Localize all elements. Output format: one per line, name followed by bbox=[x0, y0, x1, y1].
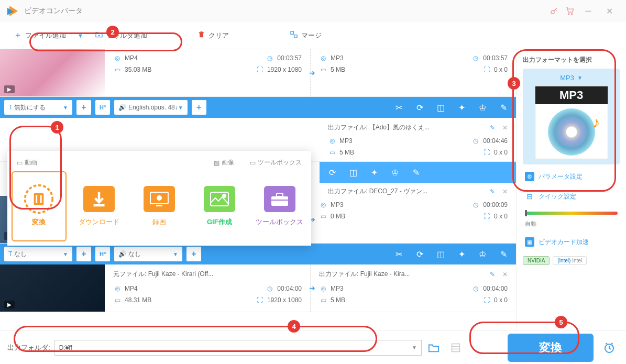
crop-button[interactable]: ◫ bbox=[432, 100, 449, 115]
tab-video[interactable]: ▭動画 bbox=[17, 158, 37, 167]
add-folder-button[interactable]: フォルダ追加 bbox=[89, 27, 153, 44]
output-info: ◎MP3 ◷00:03:57 ▭5 MB ⛶0 x 0 bbox=[310, 49, 516, 96]
chevron-down-icon: ▼ bbox=[63, 105, 68, 111]
briefcase-icon: ▭ bbox=[250, 159, 256, 167]
remove-file-icon[interactable]: ✕ bbox=[502, 124, 508, 131]
chevron-down-icon: ▼ bbox=[412, 345, 417, 350]
disc-icon: ◎ bbox=[319, 201, 327, 208]
license-key-icon[interactable] bbox=[546, 3, 562, 19]
subtitle-select[interactable]: T なし ▼ bbox=[4, 247, 72, 261]
slider-icon: ⊟ bbox=[525, 192, 534, 201]
cart-icon[interactable] bbox=[562, 3, 578, 19]
rotate-button[interactable]: ⟳ bbox=[324, 165, 341, 180]
cut-button[interactable]: ✂ bbox=[390, 100, 407, 115]
file-row: 元ファイル: Fujii Kaze - Kirari (Off... ◎MP4 … bbox=[0, 264, 516, 312]
tab-image[interactable]: ▧画像 bbox=[214, 158, 234, 167]
rotate-button[interactable]: ⟳ bbox=[411, 100, 428, 115]
quick-settings-link[interactable]: ⊟ クイック設定 bbox=[523, 189, 620, 204]
rotate-button[interactable]: ⟳ bbox=[411, 247, 428, 261]
tile-download[interactable]: ダウンロード bbox=[73, 172, 126, 240]
toolbox-icon bbox=[264, 186, 295, 212]
subtitle-settings-button[interactable]: Hº bbox=[95, 247, 110, 261]
list-view-button[interactable] bbox=[448, 340, 464, 356]
convert-button[interactable]: 変換 bbox=[508, 334, 594, 362]
schedule-button[interactable] bbox=[600, 338, 619, 357]
clock-icon: ◷ bbox=[266, 285, 274, 292]
folder-icon: ▭ bbox=[113, 296, 122, 304]
remove-file-icon[interactable]: ✕ bbox=[502, 188, 508, 195]
audio-track-select[interactable]: 🔊 English.opus. 48↓ ▼ bbox=[114, 100, 188, 115]
edit-name-icon[interactable]: ✎ bbox=[490, 188, 495, 195]
edit-name-icon[interactable]: ✎ bbox=[490, 124, 495, 131]
svg-point-2 bbox=[572, 14, 573, 15]
cut-button[interactable]: ✂ bbox=[390, 247, 407, 261]
tile-label: GIF作成 bbox=[207, 217, 232, 227]
edit-button[interactable]: ✎ bbox=[408, 165, 424, 180]
chip-icon: ▦ bbox=[525, 237, 534, 247]
watermark-button[interactable]: ♔ bbox=[474, 247, 491, 261]
add-audio-button[interactable]: + bbox=[186, 247, 201, 261]
settings-icon: ⚙ bbox=[525, 172, 534, 181]
dimensions-icon: ⛶ bbox=[256, 66, 264, 73]
add-file-label: ファイル追加 bbox=[25, 31, 66, 40]
dimensions-icon: ⛶ bbox=[482, 213, 491, 220]
tab-toolbox[interactable]: ▭ツールボックス bbox=[250, 158, 302, 167]
browse-folder-button[interactable] bbox=[426, 340, 442, 356]
edit-name-icon[interactable]: ✎ bbox=[490, 271, 495, 278]
clear-button[interactable]: クリア bbox=[191, 27, 235, 43]
file-actions-bar: ⟳ ◫ ✦ ♔ ✎ bbox=[320, 162, 516, 183]
svg-rect-12 bbox=[211, 192, 228, 206]
edit-button[interactable]: ✎ bbox=[495, 100, 512, 115]
merge-button[interactable]: マージ bbox=[283, 27, 328, 44]
svg-point-10 bbox=[157, 195, 162, 201]
crop-button[interactable]: ◫ bbox=[432, 247, 449, 261]
tile-record[interactable]: 録画 bbox=[133, 172, 186, 240]
dimensions-icon: ⛶ bbox=[482, 296, 491, 304]
add-subtitle-button[interactable]: + bbox=[76, 100, 91, 115]
watermark-button[interactable]: ♔ bbox=[474, 100, 491, 115]
minimize-button[interactable]: ─ bbox=[578, 3, 599, 19]
output-path-select[interactable]: D:¥ff ▼ bbox=[54, 340, 422, 356]
source-info: 元ファイル: Fujii Kaze - Kirari (Off... ◎MP4 … bbox=[105, 264, 310, 312]
crop-button[interactable]: ◫ bbox=[345, 165, 361, 180]
output-sidebar: 出力フォーマットを選択 MP3 ▼ MP3 ♪ ⚙ パラメータ設定 ⊟ クイック… bbox=[516, 49, 626, 330]
subtitle-settings-button[interactable]: Hº bbox=[95, 100, 110, 115]
merge-label: マージ bbox=[301, 31, 322, 40]
folder-icon: ▭ bbox=[319, 66, 327, 73]
output-folder-row: 出力フォルダ: D:¥ff ▼ bbox=[7, 340, 442, 356]
close-button[interactable]: ✕ bbox=[599, 3, 620, 19]
tile-gif[interactable]: GIF作成 bbox=[193, 172, 246, 240]
effect-button[interactable]: ✦ bbox=[366, 165, 382, 180]
tile-toolbox[interactable]: ツールボックス bbox=[253, 172, 306, 240]
subtitle-select[interactable]: T 無効にする ▼ bbox=[4, 100, 72, 115]
format-dropdown[interactable]: MP3 ▼ bbox=[528, 74, 614, 86]
svg-rect-14 bbox=[271, 196, 288, 206]
folder-icon: ▭ bbox=[319, 213, 327, 220]
effect-button[interactable]: ✦ bbox=[453, 247, 470, 261]
param-settings-link[interactable]: ⚙ パラメータ設定 bbox=[523, 169, 620, 184]
gpu-accel-link[interactable]: ▦ ビデオカード加速 bbox=[523, 234, 620, 250]
dimensions-icon: ⛶ bbox=[482, 149, 491, 156]
folder-icon: ▭ bbox=[319, 296, 327, 304]
download-icon bbox=[83, 186, 115, 212]
remove-file-icon[interactable]: ✕ bbox=[502, 271, 508, 278]
disc-icon: ◎ bbox=[113, 285, 122, 292]
nvidia-badge: NVIDIA bbox=[523, 256, 550, 265]
video-thumbnail[interactable] bbox=[0, 49, 105, 96]
svg-rect-6 bbox=[34, 193, 44, 205]
image-icon: ▧ bbox=[214, 159, 219, 167]
video-thumbnail[interactable] bbox=[0, 264, 105, 312]
chevron-down-icon[interactable]: ▼ bbox=[75, 32, 85, 39]
audio-track-select[interactable]: 🔊 なし ▼ bbox=[114, 247, 182, 261]
format-preview-icon[interactable]: MP3 ♪ bbox=[535, 86, 608, 159]
disc-icon: ◎ bbox=[319, 285, 327, 292]
effect-button[interactable]: ✦ bbox=[453, 100, 470, 115]
edit-button[interactable]: ✎ bbox=[495, 247, 512, 261]
add-audio-button[interactable]: + bbox=[192, 100, 206, 115]
add-file-button[interactable]: ＋ ファイル追加 bbox=[7, 27, 72, 44]
watermark-button[interactable]: ♔ bbox=[387, 165, 403, 180]
tile-convert[interactable]: 変換 bbox=[13, 172, 65, 240]
svg-rect-4 bbox=[294, 35, 297, 37]
quality-slider[interactable] bbox=[525, 212, 618, 215]
add-subtitle-button[interactable]: + bbox=[76, 247, 91, 261]
